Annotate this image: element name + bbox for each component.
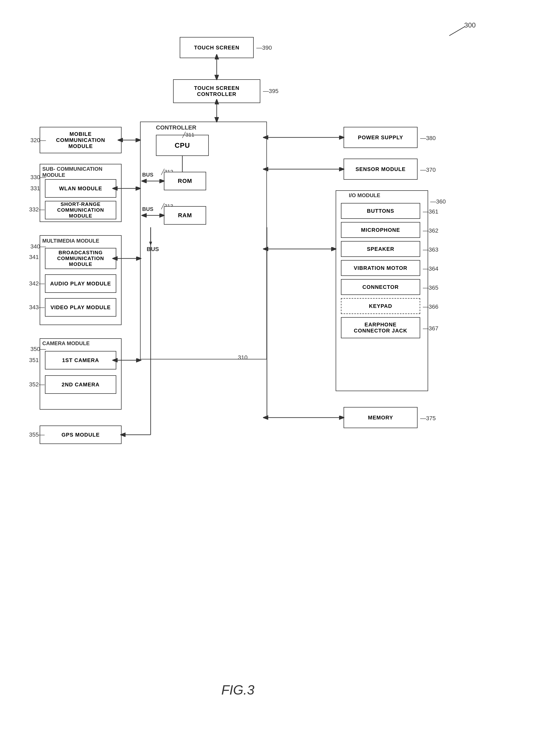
ram-box: RAM [164,206,206,225]
camera-outer-box [39,338,121,409]
keypad-box: KEYPAD [341,298,420,314]
wlan-box: WLAN MODULE [45,179,116,198]
ref-390: —390 [256,44,272,51]
camera1-box: 1ST CAMERA [45,351,116,369]
buttons-box: BUTTONS [341,203,420,219]
cpu-box: CPU [156,135,209,156]
ref-341: 341 [29,254,39,261]
ref-361: —361 [423,208,439,215]
sub-comm-label: SUB- COMMUNICATIONMODULE [42,166,102,178]
ref-380: —380 [420,135,436,142]
earphone-box: EARPHONECONNECTOR JACK [341,317,420,338]
vibration-box: VIBRATION MOTOR [341,260,420,276]
ref-343: 343— [29,304,45,311]
controller-outer-box [140,121,267,359]
ref-332: 332— [29,206,45,213]
ref-366: —366 [423,303,439,310]
diagram: 300 TOUCH SCREEN —390 TOUCH SCREENCONTRO… [26,16,529,703]
video-play-box: VIDEO PLAY MODULE [45,298,116,316]
controller-label: CONTROLLER [156,124,196,131]
ref-375: —375 [420,415,436,422]
multimedia-label: MULTIMEDIA MODULE [42,238,99,244]
sensor-box: SENSOR MODULE [344,159,417,180]
touch-screen-box: TOUCH SCREEN [180,37,254,58]
microphone-box: MICROPHONE [341,222,420,238]
io-module-label: I/O MODULE [349,192,380,198]
ref-351: 351 [29,357,39,364]
ref-365: —365 [423,284,439,291]
ref-367: —367 [423,325,439,332]
ref-370: —370 [420,167,436,173]
ref-320: 320— [30,137,46,144]
audio-play-box: AUDIO PLAY MODULE [45,274,116,293]
ref-311: ╱311 [182,131,194,138]
ref-340: 340— [30,243,46,250]
camera2-box: 2ND CAMERA [45,375,116,394]
ref-331: 331 [30,185,40,192]
broadcasting-box: BROADCASTINGCOMMUNICATIONMODULE [45,248,116,269]
ref-364: —364 [423,265,439,272]
ref-395: —395 [263,88,279,95]
connector-box: CONNECTOR [341,279,420,295]
power-supply-box: POWER SUPPLY [344,127,417,148]
fig-label: FIG.3 [221,682,254,698]
speaker-box: SPEAKER [341,241,420,257]
ref-352: 352— [29,381,45,388]
mobile-comm-box: MOBILECOMMUNICATIONMODULE [39,127,121,153]
memory-box: MEMORY [344,407,417,428]
bus-ram-label: BUS [142,206,153,212]
bus-rom-label: BUS [142,172,153,178]
ref-300: 300 [464,21,476,29]
camera-module-label: CAMERA MODULE [42,341,90,347]
svg-line-20 [449,26,465,36]
ref-360: —360 [430,198,446,205]
ref-363: —363 [423,246,439,253]
ref-330: 330— [30,174,46,181]
short-range-box: SHORT-RANGECOMMUNICATIONMODULE [45,201,116,219]
ref-350: 350— [30,346,46,353]
ref-355: 355— [29,431,45,438]
gps-box: GPS MODULE [39,426,121,444]
ref-310: 310 [238,354,248,361]
ref-362: —362 [423,227,439,234]
ref-342: 342— [29,280,45,287]
bus-main-label: BUS [147,246,159,253]
touch-screen-controller-box: TOUCH SCREENCONTROLLER [173,79,260,103]
rom-box: ROM [164,172,206,190]
